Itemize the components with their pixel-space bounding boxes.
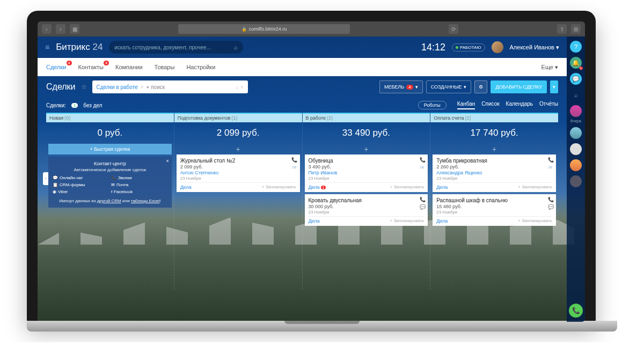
no-deal-label: без дел bbox=[83, 102, 102, 108]
tab-companies[interactable]: Компании bbox=[115, 64, 143, 70]
contact-avatar[interactable] bbox=[570, 175, 582, 187]
column-header[interactable]: В работе(2) bbox=[303, 113, 430, 122]
filter-tag[interactable]: Сделки в работе bbox=[97, 84, 138, 90]
deal-card[interactable]: 📞✉ Тумба прикроватная 2 260 руб. Алексан… bbox=[433, 154, 556, 192]
deals-label: Сделки: bbox=[46, 102, 66, 108]
contact-avatar[interactable] bbox=[570, 105, 582, 117]
robots-button[interactable]: Роботы bbox=[418, 101, 447, 109]
search-icon: ⌕ bbox=[234, 44, 238, 50]
deal-card[interactable]: 📞✉ Обувница 3 490 руб. Петр Иванов 23 Но… bbox=[305, 154, 428, 192]
add-card[interactable]: + bbox=[430, 144, 558, 154]
page-header: Сделки ☆ Сделки в работе× + поиск ⌕ × МЕ… bbox=[38, 76, 567, 98]
view-list[interactable]: Список bbox=[481, 101, 499, 109]
help-icon[interactable]: ? bbox=[570, 41, 582, 53]
import-crm-link[interactable]: другой CRM bbox=[97, 198, 121, 203]
phone-icon[interactable]: 📞 bbox=[547, 157, 554, 163]
tab-goods[interactable]: Товары bbox=[155, 64, 175, 70]
app-window: ≡ Битрикс 24 искать сотрудника, документ… bbox=[38, 36, 585, 322]
add-deal-button[interactable]: ДОБАВИТЬ СДЕЛКУ bbox=[491, 80, 547, 93]
search-icon: ⌕ × bbox=[236, 84, 244, 90]
import-text: Импорт данных из другой CRM или таблицы … bbox=[53, 198, 167, 203]
panel-title: Контакт-центр bbox=[53, 161, 167, 166]
phone-icon[interactable]: 📞 bbox=[291, 157, 298, 163]
mail-icon[interactable]: ✉ bbox=[419, 164, 426, 171]
contact-avatar[interactable] bbox=[570, 127, 582, 139]
nav-tabs: Сделки4 Контакты4 Компании Товары Настро… bbox=[38, 58, 567, 76]
add-card[interactable]: + bbox=[303, 144, 430, 154]
cc-facebook[interactable]: f Facebook bbox=[111, 189, 167, 194]
sidebar-toggle[interactable]: ▦ bbox=[70, 24, 79, 34]
tab-contacts[interactable]: Контакты4 bbox=[78, 64, 104, 70]
column-header[interactable]: Подготовка документов(1) bbox=[174, 113, 302, 122]
call-button[interactable]: 📞 bbox=[569, 304, 583, 318]
tab-settings[interactable]: Настройки bbox=[186, 64, 215, 70]
column-sum: 2 099 руб. bbox=[174, 122, 302, 144]
tabs-more[interactable]: Еще ▾ bbox=[541, 64, 558, 71]
column-sum: 0 руб. bbox=[46, 122, 174, 144]
deal-card[interactable]: 📞✉ Журнальный стол №2 2 099 руб. Антон С… bbox=[177, 154, 300, 192]
clock: 14:12 bbox=[421, 42, 445, 53]
deal-card[interactable]: 📞💬 Распашной шкаф в спальню 15 480 руб. … bbox=[433, 194, 556, 226]
bell-icon[interactable]: 🔔1 bbox=[570, 57, 582, 69]
reload-button[interactable]: ⟳ bbox=[449, 24, 458, 34]
favorite-icon[interactable]: ☆ bbox=[81, 83, 87, 91]
laptop-frame: ‹ › ▦ 🔒comilfo.bitrix24.ru ⟳ ⇧ ⊞ ≡ Битри… bbox=[27, 11, 596, 322]
user-avatar[interactable] bbox=[492, 41, 503, 53]
kanban-board: Новая(0) 0 руб. + Быстрая сделка › × Кон… bbox=[38, 113, 567, 290]
add-deal-dropdown[interactable]: ▾ bbox=[550, 80, 558, 93]
time-label: Вчера bbox=[570, 119, 581, 123]
phone-icon[interactable]: 📞 bbox=[547, 196, 554, 203]
status-pill[interactable]: РАБОТАЮ bbox=[452, 43, 485, 51]
view-kanban[interactable]: Канбан bbox=[457, 101, 475, 109]
mail-icon[interactable]: ✉ bbox=[291, 164, 298, 171]
menu-icon[interactable]: ≡ bbox=[45, 43, 49, 51]
cc-forms[interactable]: 📋 CRM-формы bbox=[53, 182, 109, 187]
cc-calls[interactable]: 📞 Звонки bbox=[111, 175, 167, 180]
page-title: Сделки bbox=[46, 82, 76, 92]
sort-dropdown[interactable]: СОЗДАННЫЕ ▾ bbox=[426, 80, 472, 93]
quick-deal-button[interactable]: + Быстрая сделка bbox=[48, 144, 172, 154]
contact-avatar[interactable] bbox=[570, 159, 582, 171]
column-header[interactable]: Новая(0) bbox=[46, 113, 174, 122]
browser-chrome: ‹ › ▦ 🔒comilfo.bitrix24.ru ⟳ ⇧ ⊞ bbox=[38, 21, 585, 36]
phone-icon[interactable]: 📞 bbox=[419, 157, 426, 163]
kanban-column-docs: Подготовка документов(1) 2 099 руб. + 📞✉… bbox=[174, 113, 303, 290]
close-icon[interactable]: × bbox=[166, 158, 169, 164]
mail-icon[interactable]: ✉ bbox=[547, 164, 554, 171]
kanban-column-payment: Оплата счета(2) 17 740 руб. + 📞✉ Тумба п… bbox=[430, 113, 558, 290]
view-calendar[interactable]: Календарь bbox=[506, 101, 533, 109]
forward-button[interactable]: › bbox=[56, 24, 65, 34]
phone-icon[interactable]: 📞 bbox=[419, 196, 426, 203]
messenger-icon[interactable]: 💬 bbox=[570, 73, 582, 85]
url-bar[interactable]: 🔒comilfo.bitrix24.ru bbox=[178, 24, 350, 34]
deal-card[interactable]: 📞💬 Кровать двуспальная 30 000 руб. 23 Но… bbox=[305, 194, 428, 226]
cc-onlinechat[interactable]: 💬 Онлайн-чат bbox=[53, 175, 109, 180]
column-header[interactable]: Оплата счета(2) bbox=[430, 113, 558, 122]
share-button[interactable]: ⇧ bbox=[557, 24, 567, 34]
kanban-column-work: В работе(2) 33 490 руб. + 📞✉ Обувница 3 … bbox=[303, 113, 431, 290]
global-search[interactable]: искать сотрудника, документ, прочее...⌕ bbox=[109, 41, 243, 54]
column-sum: 33 490 руб. bbox=[303, 122, 430, 144]
tabs-button[interactable]: ⊞ bbox=[571, 24, 581, 34]
right-sidebar: ? 🔔1 💬 ⌕ Вчера 📞 bbox=[567, 36, 585, 322]
search-icon[interactable]: ⌕ bbox=[570, 89, 582, 101]
pipeline-dropdown[interactable]: МЕБЕЛЬ4▾ bbox=[379, 80, 423, 93]
add-card[interactable]: + bbox=[174, 144, 302, 154]
chat-icon[interactable]: 💬 bbox=[547, 204, 554, 210]
cc-viber[interactable]: ◉ Viber bbox=[53, 189, 109, 194]
contact-avatar[interactable] bbox=[570, 143, 582, 155]
contact-center-panel: › × Контакт-центр Автоматическое добавле… bbox=[48, 157, 172, 208]
user-name[interactable]: Алексей Иванов ▾ bbox=[510, 44, 559, 51]
tab-deals[interactable]: Сделки4 bbox=[46, 64, 67, 70]
logo[interactable]: Битрикс 24 bbox=[56, 42, 103, 53]
back-button[interactable]: ‹ bbox=[42, 24, 52, 34]
filter-input[interactable]: Сделки в работе× + поиск ⌕ × bbox=[92, 80, 248, 93]
cc-mail[interactable]: ✉ Почта bbox=[111, 182, 167, 187]
view-reports[interactable]: Отчёты bbox=[539, 101, 558, 109]
chat-icon[interactable]: 💬 bbox=[419, 204, 426, 210]
import-excel-link[interactable]: таблицы Excel bbox=[131, 198, 160, 203]
panel-subtitle: Автоматическое добавление сделок bbox=[53, 167, 167, 172]
topbar: ≡ Битрикс 24 искать сотрудника, документ… bbox=[38, 36, 567, 58]
panel-handle[interactable]: › bbox=[43, 172, 48, 185]
gear-button[interactable]: ⚙ bbox=[474, 80, 487, 93]
